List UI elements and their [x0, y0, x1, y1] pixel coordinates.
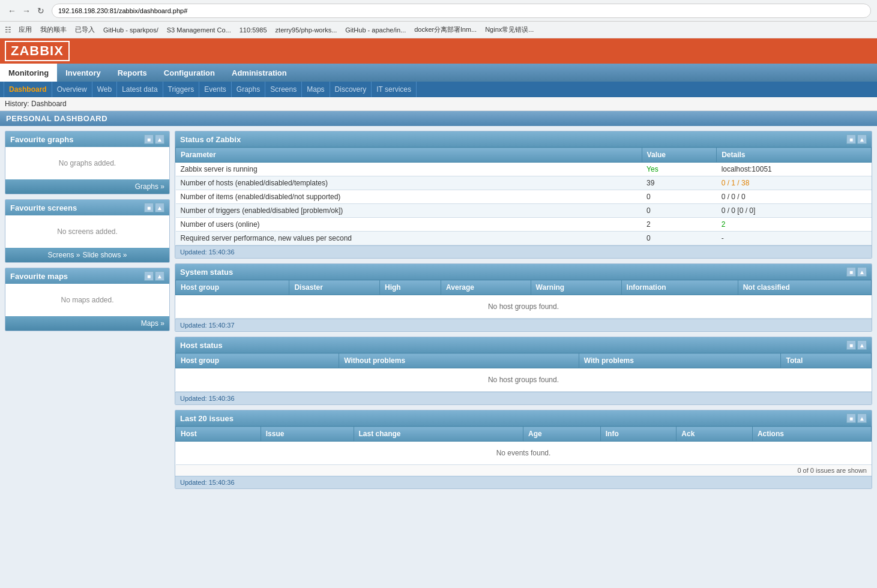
subnav-triggers[interactable]: Triggers [163, 82, 200, 97]
favourite-screens-footer: Screens » Slide shows » [5, 248, 169, 262]
nav-monitoring[interactable]: Monitoring [0, 64, 57, 82]
host-status-collapse-btn[interactable]: ▲ [857, 340, 867, 350]
favourite-graphs-controls: ■ ▲ [144, 134, 164, 144]
forward-button[interactable]: → [20, 5, 32, 17]
back-button[interactable]: ← [6, 5, 18, 17]
favourite-screens-collapse-btn[interactable]: ▲ [155, 203, 164, 212]
slideshows-link[interactable]: Slide shows » [82, 251, 127, 259]
bookmark-s3[interactable]: S3 Management Co... [164, 25, 234, 35]
favourite-maps-widget: Favourite maps ■ ▲ No maps added. Maps » [5, 268, 170, 331]
subnav-discovery[interactable]: Discovery [330, 82, 372, 97]
subnav-events[interactable]: Events [199, 82, 232, 97]
bookmark-imported[interactable]: 已导入 [73, 24, 97, 35]
bookmark-apps[interactable]: 应用 [16, 24, 34, 35]
issues-col: Ack [677, 427, 753, 442]
system-status-controls: ■ ▲ [846, 267, 867, 277]
issues-table: HostIssueLast changeAgeInfoAckActions No… [175, 426, 872, 465]
system-status-collapse-btn[interactable]: ▲ [857, 267, 867, 277]
bookmark-110[interactable]: 110:5985 [237, 25, 270, 35]
last-20-issues-edit-btn[interactable]: ■ [846, 413, 856, 423]
status-row-details: 0 / 1 / 38 [717, 176, 872, 190]
favourite-graphs-widget: Favourite graphs ■ ▲ No graphs added. Gr… [5, 131, 170, 194]
system-status-col: Information [621, 280, 738, 295]
host-status-empty-row: No host groups found. [176, 368, 872, 392]
bookmark-zterry[interactable]: zterry95/php-works... [273, 25, 340, 35]
bookmark-github-spark[interactable]: GitHub - sparkpos/ [101, 25, 161, 35]
favourite-maps-controls: ■ ▲ [144, 271, 164, 281]
table-row: Number of users (online)22 [176, 218, 872, 232]
status-row-parameter: Number of users (online) [176, 218, 642, 232]
status-col-details: Details [717, 148, 872, 163]
issues-empty: No events found. [176, 442, 872, 465]
host-status-widget: Host status ■ ▲ Host groupWithout proble… [175, 337, 872, 405]
bookmark-docker[interactable]: docker分离部署lnm... [412, 24, 479, 35]
favourite-screens-controls: ■ ▲ [144, 203, 164, 212]
subnav-maps[interactable]: Maps [302, 82, 330, 97]
nav-inventory[interactable]: Inventory [57, 64, 109, 82]
favourite-maps-title: Favourite maps [10, 272, 68, 281]
url-bar[interactable] [52, 4, 871, 18]
screens-footer-dual: Screens » Slide shows » [10, 251, 164, 259]
bookmark-nginx[interactable]: Nginx常见错误... [483, 24, 536, 35]
system-status-widget: System status ■ ▲ Host groupDisasterHigh… [175, 263, 872, 332]
favourite-screens-empty: No screens added. [10, 220, 164, 243]
issues-col: Info [600, 427, 677, 442]
status-row-details: 2 [717, 218, 872, 232]
favourite-graphs-header: Favourite graphs ■ ▲ [5, 131, 169, 147]
system-status-col: Not classified [738, 280, 871, 295]
host-status-empty: No host groups found. [176, 368, 872, 392]
system-status-col: Disaster [289, 280, 380, 295]
status-of-zabbix-header: Status of Zabbix ■ ▲ [175, 131, 872, 147]
host-status-header: Host status ■ ▲ [175, 337, 872, 353]
host-status-table: Host groupWithout problemsWith problemsT… [175, 353, 872, 392]
bookmark-shunfeng[interactable]: 我的顺丰 [38, 24, 69, 35]
table-row: Number of hosts (enabled/disabled/templa… [176, 176, 872, 190]
status-row-value: 39 [642, 176, 717, 190]
page-header: PERSONAL DASHBOARD [0, 111, 877, 126]
favourite-graphs-edit-btn[interactable]: ■ [144, 134, 154, 144]
system-status-edit-btn[interactable]: ■ [846, 267, 856, 277]
nav-configuration[interactable]: Configuration [155, 64, 223, 82]
favourite-screens-edit-btn[interactable]: ■ [144, 203, 154, 212]
subnav-latest-data[interactable]: Latest data [117, 82, 163, 97]
browser-bar: ← → ↻ [0, 0, 877, 22]
maps-link[interactable]: Maps » [141, 319, 164, 328]
subnav-it-services[interactable]: IT services [372, 82, 417, 97]
subnav-dashboard[interactable]: Dashboard [4, 82, 52, 97]
issues-col: Host [176, 427, 261, 442]
refresh-button[interactable]: ↻ [35, 5, 47, 17]
screens-link[interactable]: Screens » [47, 251, 80, 259]
favourite-maps-footer: Maps » [5, 316, 169, 331]
system-status-col: Average [441, 280, 531, 295]
host-status-col: With problems [579, 353, 781, 368]
subnav-web[interactable]: Web [92, 82, 117, 97]
subnav-screens[interactable]: Screens [265, 82, 302, 97]
subnav-overview[interactable]: Overview [52, 82, 92, 97]
system-status-empty: No host groups found. [176, 295, 872, 319]
favourite-maps-edit-btn[interactable]: ■ [144, 271, 154, 281]
table-row: Required server performance, new values … [176, 232, 872, 245]
table-row: Number of triggers (enabled/disabled [pr… [176, 204, 872, 218]
system-status-col: Host group [176, 280, 289, 295]
last-20-issues-collapse-btn[interactable]: ▲ [857, 413, 867, 423]
nav-reports[interactable]: Reports [109, 64, 155, 82]
issues-col: Last change [354, 427, 523, 442]
graphs-link[interactable]: Graphs » [135, 182, 164, 191]
status-row-parameter: Number of triggers (enabled/disabled [pr… [176, 204, 642, 218]
favourite-graphs-collapse-btn[interactable]: ▲ [155, 134, 164, 144]
nav-administration[interactable]: Administration [223, 64, 295, 82]
status-of-zabbix-edit-btn[interactable]: ■ [846, 134, 856, 144]
host-status-col: Without problems [339, 353, 579, 368]
apps-icon: ☷ [5, 26, 11, 34]
status-of-zabbix-widget: Status of Zabbix ■ ▲ Parameter Value [175, 131, 872, 259]
zabbix-logo: ZABBIX [5, 41, 70, 61]
breadcrumb-current: Dashboard [31, 100, 67, 108]
favourite-maps-collapse-btn[interactable]: ▲ [155, 271, 164, 281]
breadcrumb: History: Dashboard [0, 97, 877, 111]
host-status-edit-btn[interactable]: ■ [846, 340, 856, 350]
bookmark-github-apache[interactable]: GitHub - apache/in... [343, 25, 408, 35]
status-row-details: 0 / 0 / 0 [717, 190, 872, 204]
subnav-graphs[interactable]: Graphs [232, 82, 265, 97]
status-of-zabbix-collapse-btn[interactable]: ▲ [857, 134, 867, 144]
status-row-parameter: Number of items (enabled/disabled/not su… [176, 190, 642, 204]
